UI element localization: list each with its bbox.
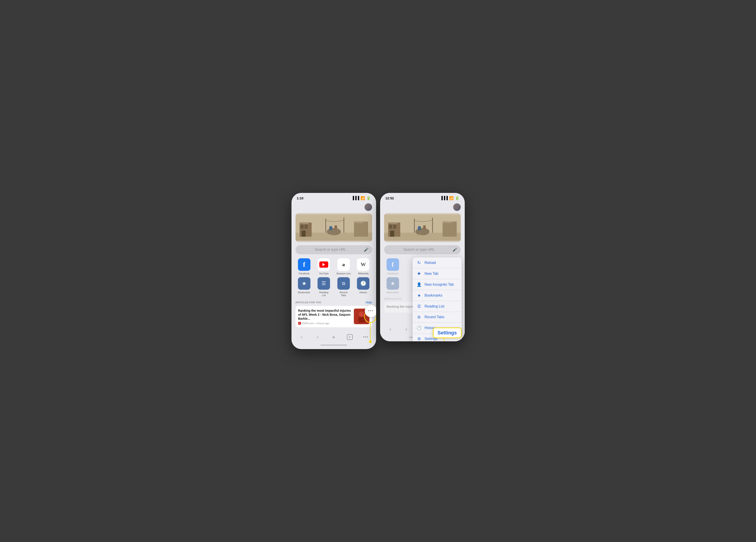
svg-text:EL PROGRESO: EL PROGRESO <box>354 222 363 223</box>
bookmarks-label: Bookmarks <box>298 291 310 294</box>
svg-text:EL PROGRESO: EL PROGRESO <box>388 223 397 224</box>
amazon-label: Amazon.com <box>336 272 351 275</box>
shortcut-reading-list[interactable]: ☰ ReadingList <box>315 277 333 297</box>
shortcut-recent-tabs[interactable]: ⧉ RecentTabs <box>335 277 353 297</box>
signal-icon-right: ▐▐▐ <box>440 196 448 200</box>
menu-recent-tabs[interactable]: ⧉ Recent Tabs <box>413 312 462 322</box>
google-doodle: EL PROGRESO EL PROGRESO <box>295 213 372 242</box>
recent-tabs-icon: ⧉ <box>337 277 350 290</box>
shortcut-youtube[interactable]: YouTube <box>315 258 333 275</box>
reading-list-label: ReadingList <box>319 291 328 297</box>
svg-point-18 <box>359 311 364 317</box>
shortcut-facebook-right: f Facebook <box>384 258 402 275</box>
avatar-row-right <box>384 202 461 212</box>
svg-rect-10 <box>329 226 332 230</box>
svg-rect-32 <box>423 226 426 229</box>
svg-line-38 <box>442 337 449 341</box>
menu-recent-tabs-label: Recent Tabs <box>425 315 444 319</box>
bookmarks-icon: ★ <box>298 277 310 290</box>
svg-text:EL PROGRESO: EL PROGRESO <box>300 223 309 224</box>
forward-button[interactable]: › <box>313 333 322 341</box>
doodle-svg-right: EL PROGRESO EL PROGRESO Google <box>384 213 461 242</box>
shortcut-bookmarks-right: ★ Bookmarks <box>384 277 402 294</box>
search-bar-left[interactable]: Search or type URL 🎤 <box>295 245 372 254</box>
bottom-toolbar-left: ‹ › + 1 ••• <box>291 329 376 343</box>
avatar[interactable] <box>365 203 372 211</box>
more-menu-button[interactable]: ••• <box>361 333 370 341</box>
wifi-icon: 📶 <box>361 196 365 200</box>
history-label: History <box>359 291 367 294</box>
facebook-label-right: Facebook <box>387 272 398 275</box>
menu-reading-list[interactable]: ☰ Reading List <box>413 301 462 312</box>
hide-button[interactable]: Hide <box>366 300 372 304</box>
search-input-right[interactable]: Search or type URL <box>388 248 451 252</box>
yellow-dot <box>369 341 371 343</box>
youtube-icon <box>318 258 330 271</box>
reload-icon: ↻ <box>417 260 422 265</box>
espn-badge: E <box>298 322 301 324</box>
avatar-row <box>295 202 372 212</box>
status-icons-left: ▐▐▐ 📶 🔋 <box>351 196 371 200</box>
svg-rect-31 <box>418 226 421 230</box>
article-time: 4 hours ago <box>316 322 329 324</box>
facebook-icon-right: f <box>387 258 399 271</box>
left-phone: 1:10 ▐▐▐ 📶 🔋 <box>291 193 376 349</box>
avatar-right[interactable] <box>453 203 461 211</box>
callout-connector <box>442 337 456 341</box>
search-bar-right[interactable]: Search or type URL 🎤 <box>384 245 461 254</box>
more-button[interactable]: ••• <box>365 305 376 317</box>
svg-rect-5 <box>302 231 306 237</box>
menu-reload-label: Reload <box>425 261 436 265</box>
shortcut-wikipedia[interactable]: W Wikipedia <box>355 258 372 275</box>
battery-icon: 🔋 <box>366 196 371 200</box>
new-tab-button[interactable]: + <box>329 333 338 341</box>
amazon-icon: a <box>337 258 350 271</box>
svg-text:Google: Google <box>318 233 334 239</box>
reading-list-icon: ☰ <box>318 277 330 290</box>
home-indicator <box>320 345 347 345</box>
status-bar-right: 12:52 ▐▐▐ 📶 🔋 <box>380 193 465 202</box>
shortcut-bookmarks[interactable]: ★ Bookmarks <box>295 277 313 297</box>
recent-tabs-label: RecentTabs <box>340 291 347 297</box>
status-icons-right: ▐▐▐ 📶 🔋 <box>440 196 459 200</box>
forward-button-right[interactable]: › <box>402 325 411 334</box>
mic-icon-right[interactable]: 🎤 <box>452 248 457 252</box>
shortcut-history[interactable]: 🕐 History <box>355 277 372 297</box>
svg-rect-12 <box>354 222 368 237</box>
menu-reload[interactable]: ↻ Reload <box>413 258 462 268</box>
menu-incognito[interactable]: 👤 New Incognito Tab <box>413 279 462 290</box>
article-card[interactable]: Ranking the most impactful injuries of N… <box>295 306 372 327</box>
settings-callout: Settings <box>433 327 462 338</box>
mic-icon-left[interactable]: 🎤 <box>364 248 369 252</box>
menu-bookmarks[interactable]: ★ Bookmarks <box>413 290 462 301</box>
shortcut-facebook[interactable]: f Facebook <box>295 258 313 275</box>
menu-incognito-label: New Incognito Tab <box>425 282 454 286</box>
shortcut-amazon[interactable]: a Amazon.com <box>335 258 353 275</box>
facebook-label: Facebook <box>299 272 310 275</box>
back-button[interactable]: ‹ <box>297 333 306 341</box>
shortcuts-grid-left: f Facebook YouTube a <box>295 258 372 297</box>
svg-text:EL PROGRESO: EL PROGRESO <box>443 222 452 223</box>
tab-count-button[interactable]: 1 <box>345 333 354 341</box>
youtube-label: YouTube <box>319 272 329 275</box>
new-tab-icon: ✚ <box>417 271 422 276</box>
svg-rect-33 <box>442 222 456 237</box>
articles-title-right: ARTICLES FO <box>384 297 402 300</box>
menu-bookmarks-label: Bookmarks <box>425 293 442 297</box>
tab-count[interactable]: 1 <box>347 334 353 340</box>
svg-rect-3 <box>300 225 304 229</box>
phone-content-left: EL PROGRESO EL PROGRESO <box>291 202 376 327</box>
yellow-line <box>370 323 371 341</box>
reading-list-menu-icon: ☰ <box>417 304 422 309</box>
back-button-right[interactable]: ‹ <box>386 325 395 334</box>
history-menu-icon: 🕐 <box>417 325 422 330</box>
articles-header: ARTICLES FOR YOU Hide <box>295 300 372 304</box>
search-input-left[interactable]: Search or type URL <box>299 248 362 252</box>
settings-menu-icon: ⚙ <box>417 336 422 341</box>
svg-rect-11 <box>334 226 337 229</box>
article-text: Ranking the most impactful injuries of N… <box>298 308 351 325</box>
recent-tabs-menu-icon: ⧉ <box>417 315 422 319</box>
menu-new-tab[interactable]: ✚ New Tab <box>413 268 462 279</box>
menu-new-tab-label: New Tab <box>425 272 438 276</box>
svg-rect-26 <box>390 231 394 237</box>
